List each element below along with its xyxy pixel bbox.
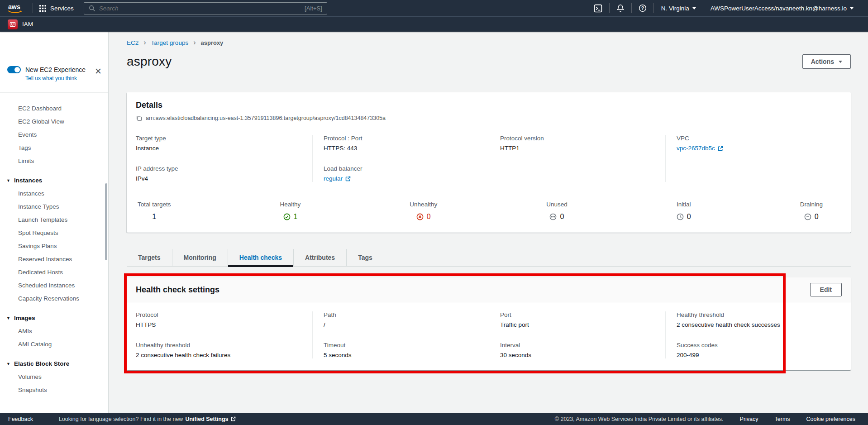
field-protocol-port: Protocol : Port HTTPS: 443 bbox=[324, 135, 489, 152]
terms-link[interactable]: Terms bbox=[775, 416, 790, 422]
services-menu-button[interactable]: Services bbox=[39, 5, 74, 12]
tab-health-checks[interactable]: Health checks bbox=[228, 249, 294, 266]
tab-tags[interactable]: Tags bbox=[347, 249, 384, 266]
edit-button[interactable]: Edit bbox=[810, 283, 842, 296]
sidebar-item-volumes[interactable]: Volumes bbox=[0, 370, 108, 383]
sidebar-item-ami-catalog[interactable]: AMI Catalog bbox=[0, 338, 108, 351]
banner-title: New EC2 Experience bbox=[25, 66, 86, 73]
sidebar-item-instance-types[interactable]: Instance Types bbox=[0, 200, 108, 213]
svg-text:aws: aws bbox=[8, 3, 20, 10]
load-balancer-link[interactable]: regular bbox=[324, 175, 351, 182]
sidebar-section-elastic-block-store[interactable]: ▼ Elastic Block Store bbox=[0, 357, 108, 370]
tab-targets[interactable]: Targets bbox=[127, 249, 172, 266]
stat-initial: Initial 0 bbox=[677, 201, 691, 221]
copyright-text: © 2023, Amazon Web Services India Privat… bbox=[555, 416, 724, 422]
favorites-bar: IAM bbox=[0, 16, 868, 32]
details-fields: Target type Instance IP address type IPv… bbox=[136, 135, 842, 182]
sidebar-section-images[interactable]: ▼ Images bbox=[0, 311, 108, 325]
sidebar-item-events[interactable]: Events bbox=[0, 128, 108, 141]
sidebar-item-ec2-global-view[interactable]: EC2 Global View bbox=[0, 115, 108, 128]
stat-unused: Unused 0 bbox=[546, 201, 568, 221]
sidebar-scrollbar[interactable] bbox=[105, 183, 107, 260]
field-protocol-version: Protocol version HTTP1 bbox=[500, 135, 665, 152]
sidebar-item-dedicated-hosts[interactable]: Dedicated Hosts bbox=[0, 266, 108, 279]
cookie-preferences-link[interactable]: Cookie preferences bbox=[806, 416, 855, 422]
aws-logo[interactable]: aws bbox=[7, 2, 26, 14]
target-group-arn: arn:aws:elasticloadbalancing:us-east-1:3… bbox=[146, 115, 386, 121]
breadcrumb-current: asproxy bbox=[200, 39, 223, 46]
check-circle-icon bbox=[283, 213, 291, 220]
field-load-balancer: Load balancer regular bbox=[324, 165, 489, 182]
feedback-link[interactable]: Tell us what you think bbox=[25, 75, 77, 81]
favorite-iam-link[interactable]: IAM bbox=[8, 19, 33, 29]
sidebar-item-snapshots[interactable]: Snapshots bbox=[0, 383, 108, 396]
chevron-down-icon bbox=[850, 7, 854, 10]
services-label: Services bbox=[50, 5, 74, 12]
region-selector[interactable]: N. Virginia bbox=[654, 5, 703, 12]
external-link-icon bbox=[345, 176, 351, 181]
health-check-fields: Protocol HTTPS Unhealthy threshold 2 con… bbox=[127, 302, 851, 370]
breadcrumb-ec2-link[interactable]: EC2 bbox=[127, 39, 138, 46]
sidebar-item-reserved-instances[interactable]: Reserved Instances bbox=[0, 253, 108, 266]
field-interval: Interval 30 seconds bbox=[500, 342, 665, 358]
new-experience-toggle[interactable] bbox=[7, 66, 21, 73]
field-healthy-threshold: Healthy threshold 2 consecutive health c… bbox=[677, 311, 842, 328]
notifications-button[interactable] bbox=[610, 4, 631, 12]
account-label: AWSPowerUserAccess/navaneeth.kn@harness.… bbox=[711, 5, 847, 12]
triangle-down-icon: ▼ bbox=[6, 316, 10, 320]
sidebar-item-scheduled-instances[interactable]: Scheduled Instances bbox=[0, 279, 108, 292]
global-search-box[interactable]: [Alt+S] bbox=[84, 2, 327, 14]
sidebar-item-ec2-dashboard[interactable]: EC2 Dashboard bbox=[0, 102, 108, 115]
field-unhealthy-threshold: Unhealthy threshold 2 consecutive health… bbox=[136, 342, 312, 358]
target-status-summary: Total targets 1 Healthy 1 Unhealthy 0 bbox=[127, 194, 851, 233]
copy-icon[interactable] bbox=[136, 115, 142, 121]
unified-settings-link[interactable]: Unified Settings bbox=[185, 416, 235, 422]
sidebar-item-savings-plans[interactable]: Savings Plans bbox=[0, 239, 108, 253]
cloudshell-button[interactable] bbox=[587, 4, 609, 13]
cloudshell-terminal-icon bbox=[594, 4, 602, 13]
field-target-type: Target type Instance bbox=[136, 135, 312, 152]
sidebar-item-tags[interactable]: Tags bbox=[0, 141, 108, 154]
tab-attributes[interactable]: Attributes bbox=[294, 249, 347, 266]
sidebar-item-capacity-reservations[interactable]: Capacity Reservations bbox=[0, 292, 108, 305]
tab-monitoring[interactable]: Monitoring bbox=[172, 249, 228, 266]
field-port: Port Traffic port bbox=[500, 311, 665, 328]
vpc-link[interactable]: vpc-2657db5c bbox=[677, 145, 723, 152]
sidebar-nav: EC2 Dashboard EC2 Global View Events Tag… bbox=[0, 93, 108, 396]
triangle-down-icon: ▼ bbox=[6, 178, 10, 183]
feedback-button[interactable]: Feedback bbox=[8, 416, 33, 422]
new-experience-banner: New EC2 Experience ✕ Tell us what you th… bbox=[0, 66, 108, 93]
field-success-codes: Success codes 200-499 bbox=[677, 342, 842, 358]
stat-unhealthy: Unhealthy 0 bbox=[410, 201, 437, 221]
bell-icon bbox=[616, 4, 625, 12]
console-footer: Feedback Looking for language selection?… bbox=[0, 413, 868, 425]
privacy-link[interactable]: Privacy bbox=[740, 416, 758, 422]
field-timeout: Timeout 5 seconds bbox=[324, 342, 489, 358]
sidebar-item-instances[interactable]: Instances bbox=[0, 187, 108, 200]
stat-total-targets: Total targets 1 bbox=[138, 201, 171, 221]
grid-icon bbox=[39, 5, 46, 12]
sidebar-item-limits[interactable]: Limits bbox=[0, 154, 108, 167]
target-group-tabs: Targets Monitoring Health checks Attribu… bbox=[127, 249, 851, 267]
field-ip-address-type: IP address type IPv4 bbox=[136, 165, 312, 182]
sidebar-section-instances[interactable]: ▼ Instances bbox=[0, 174, 108, 187]
breadcrumb: EC2 › Target groups › asproxy bbox=[127, 39, 851, 46]
chevron-down-icon bbox=[839, 61, 842, 63]
svg-text:?: ? bbox=[641, 5, 644, 11]
chevron-right-icon: › bbox=[143, 39, 146, 46]
search-input[interactable] bbox=[99, 5, 301, 12]
close-icon[interactable]: ✕ bbox=[95, 67, 102, 76]
external-link-icon bbox=[718, 146, 723, 151]
topbar-right-group: ? N. Virginia AWSPowerUserAccess/navanee… bbox=[587, 3, 861, 13]
search-shortcut-hint: [Alt+S] bbox=[305, 5, 322, 12]
sidebar-item-launch-templates[interactable]: Launch Templates bbox=[0, 213, 108, 226]
sidebar-item-spot-requests[interactable]: Spot Requests bbox=[0, 226, 108, 239]
field-vpc: VPC vpc-2657db5c bbox=[677, 135, 842, 152]
actions-button[interactable]: Actions bbox=[802, 54, 851, 69]
account-menu[interactable]: AWSPowerUserAccess/navaneeth.kn@harness.… bbox=[703, 5, 861, 12]
help-button[interactable]: ? bbox=[632, 4, 653, 12]
minus-circle-icon bbox=[804, 213, 811, 220]
sidebar-item-amis[interactable]: AMIs bbox=[0, 325, 108, 338]
breadcrumb-target-groups-link[interactable]: Target groups bbox=[151, 39, 189, 46]
field-protocol: Protocol HTTPS bbox=[136, 311, 312, 328]
